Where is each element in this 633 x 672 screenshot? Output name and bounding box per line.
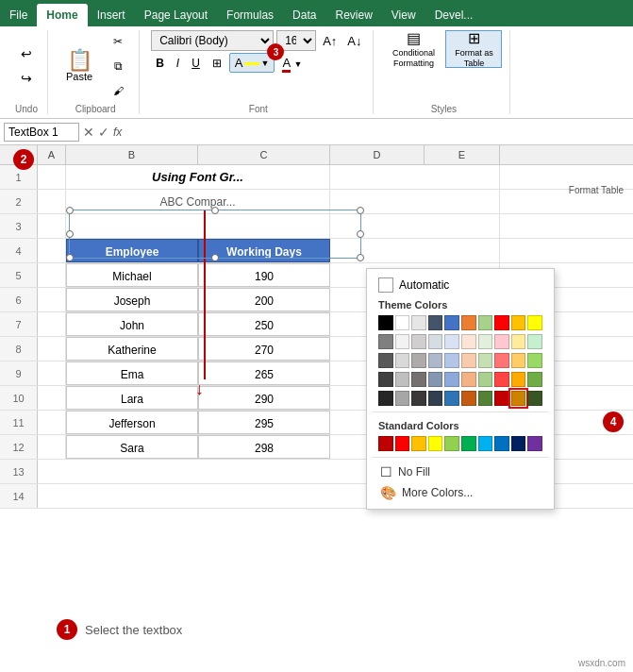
cell-c9[interactable]: 265 [198, 361, 330, 385]
std-swatch-yellow[interactable] [428, 436, 443, 451]
swatch-dark-blue-gray[interactable] [428, 315, 443, 330]
swatch-light-gray-2[interactable] [395, 353, 410, 368]
tab-developer[interactable]: Devel... [425, 4, 483, 26]
tab-data[interactable]: Data [283, 4, 325, 26]
cell-a5[interactable] [38, 263, 66, 287]
swatch-medium-blue[interactable] [444, 391, 459, 406]
std-swatch-dark-red[interactable] [378, 436, 393, 451]
tab-formulas[interactable]: Formulas [217, 4, 283, 26]
cancel-formula-icon[interactable]: ✕ [83, 125, 94, 140]
swatch-black[interactable] [378, 315, 393, 330]
handle-tm[interactable] [211, 207, 219, 214]
format-as-table-button[interactable]: ⊞ Format as Table [445, 30, 502, 68]
cell-a10[interactable] [38, 386, 66, 410]
std-swatch-green[interactable] [461, 436, 476, 451]
textbox-selection-border[interactable] [69, 210, 361, 259]
swatch-light-green-2[interactable] [478, 353, 493, 368]
swatch-medium-green-2[interactable] [478, 372, 493, 387]
swatch-red[interactable] [494, 315, 509, 330]
cell-c6[interactable]: 200 [198, 288, 330, 311]
std-swatch-lime[interactable] [444, 436, 459, 451]
swatch-medium-gray[interactable] [411, 353, 426, 368]
swatch-light-steel[interactable] [428, 334, 443, 349]
swatch-gold[interactable] [511, 315, 526, 330]
cell-a8[interactable] [38, 337, 66, 361]
underline-button[interactable]: U [187, 54, 205, 73]
redo-button[interactable]: ↪ [13, 67, 40, 90]
swatch-light-salmon[interactable] [461, 353, 476, 368]
swatch-very-dark-green[interactable] [527, 391, 542, 406]
cut-button[interactable]: ✂ [105, 30, 131, 53]
copy-button[interactable]: ⧉ [105, 55, 131, 77]
cell-c10[interactable]: 290 [198, 386, 330, 410]
swatch-light-pink[interactable] [494, 334, 509, 349]
cell-b8[interactable]: Katherine [66, 337, 198, 361]
bold-button[interactable]: B [151, 54, 169, 73]
swatch-blue[interactable] [444, 315, 459, 330]
cell-a7[interactable] [38, 312, 66, 336]
cell-b12[interactable]: Sara [66, 435, 198, 459]
swatch-light-orange[interactable] [511, 353, 526, 368]
swatch-light-red[interactable] [494, 353, 509, 368]
cell-a9[interactable] [38, 361, 66, 385]
swatch-yellow[interactable] [527, 315, 542, 330]
swatch-medium-light-gray-2[interactable] [395, 372, 410, 387]
col-header-e[interactable]: E [425, 145, 500, 164]
swatch-orange[interactable] [461, 315, 476, 330]
swatch-very-light-blue[interactable] [444, 334, 459, 349]
swatch-very-light-gray[interactable] [395, 334, 410, 349]
cell-b9[interactable]: Ema [66, 361, 198, 385]
swatch-dark-gray-2[interactable] [378, 372, 393, 387]
swatch-medium-light-gray[interactable] [411, 334, 426, 349]
swatch-white[interactable] [395, 315, 410, 330]
tab-file[interactable]: File [0, 4, 37, 26]
tab-page-layout[interactable]: Page Layout [135, 4, 217, 26]
cell-c5[interactable]: 190 [198, 263, 330, 287]
col-header-c[interactable]: C [198, 145, 330, 164]
undo-button[interactable]: ↩ [13, 42, 40, 65]
swatch-very-light-orange[interactable] [461, 334, 476, 349]
more-colors-option[interactable]: 🎨 More Colors... [373, 482, 548, 503]
std-swatch-red[interactable] [395, 436, 410, 451]
decrease-font-size-button[interactable]: A↓ [343, 32, 365, 50]
cell-a12[interactable] [38, 435, 66, 459]
confirm-formula-icon[interactable]: ✓ [98, 125, 109, 140]
no-fill-option[interactable]: ☐ No Fill [373, 462, 548, 482]
handle-mr[interactable] [357, 230, 364, 238]
std-swatch-dark-blue[interactable] [511, 436, 526, 451]
name-box[interactable]: TextBox 1 [4, 123, 79, 142]
font-color-arrow[interactable]: ▼ [293, 59, 302, 69]
swatch-bright-red[interactable] [494, 372, 509, 387]
cell-a11[interactable] [38, 411, 66, 434]
swatch-forest-green[interactable] [527, 372, 542, 387]
handle-br[interactable] [357, 254, 364, 261]
tab-home[interactable]: Home [37, 4, 87, 26]
font-name-dropdown[interactable]: Calibri (Body) [151, 30, 274, 51]
cell-b7[interactable]: John [66, 312, 198, 336]
cell-a1[interactable] [38, 165, 66, 189]
paste-button[interactable]: 📋 Paste [59, 47, 99, 85]
cell-c12[interactable]: 298 [198, 435, 330, 459]
cell-a4[interactable] [38, 239, 66, 262]
borders-button[interactable]: ⊞ [208, 54, 226, 73]
col-header-d[interactable]: D [330, 145, 425, 164]
tab-review[interactable]: Review [325, 4, 381, 26]
std-swatch-orange[interactable] [411, 436, 426, 451]
swatch-cornflower[interactable] [444, 372, 459, 387]
conditional-formatting-button[interactable]: ▤ Conditional Formatting [385, 30, 441, 68]
swatch-dark-orange[interactable] [461, 391, 476, 406]
cell-b6[interactable]: Joseph [66, 288, 198, 311]
swatch-steel-blue[interactable] [428, 372, 443, 387]
swatch-slate[interactable] [428, 353, 443, 368]
tab-insert[interactable]: Insert [88, 4, 135, 26]
std-swatch-purple[interactable] [527, 436, 542, 451]
cell-c7[interactable]: 250 [198, 312, 330, 336]
swatch-medium-green[interactable] [527, 353, 542, 368]
handle-bl[interactable] [66, 254, 74, 261]
handle-tr[interactable] [357, 207, 364, 214]
italic-button[interactable]: I [172, 54, 184, 73]
cell-b1[interactable]: Using Font Gr... [66, 165, 330, 189]
cell-a6[interactable] [38, 288, 66, 311]
swatch-gray[interactable] [378, 334, 393, 349]
increase-font-size-button[interactable]: A↑ [319, 32, 341, 50]
